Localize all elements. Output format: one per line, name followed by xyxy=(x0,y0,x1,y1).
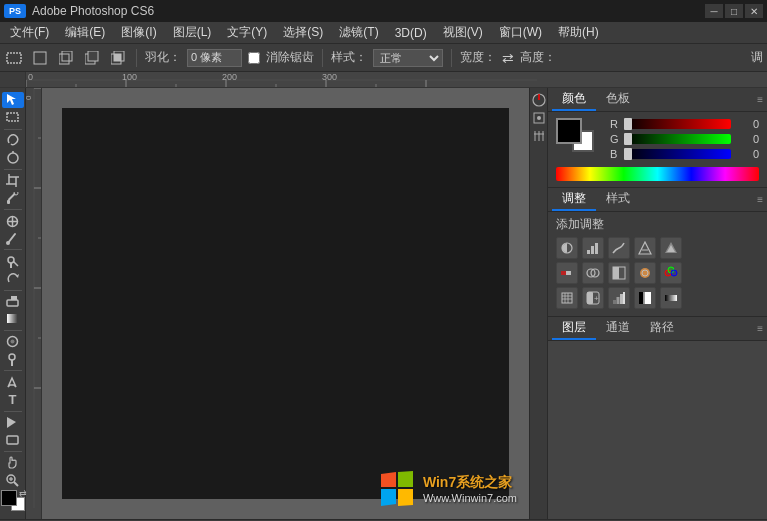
left-toolbar: T ⇄ xyxy=(0,88,26,519)
vibrance-btn[interactable] xyxy=(660,237,682,259)
g-slider[interactable] xyxy=(624,134,731,144)
lasso-tool-btn[interactable] xyxy=(2,132,24,148)
menu-edit[interactable]: 编辑(E) xyxy=(57,22,113,44)
crop-tool-btn[interactable] xyxy=(2,173,24,189)
photo-filter-btn[interactable] xyxy=(634,262,656,284)
marquee-tool-btn[interactable] xyxy=(2,109,24,125)
svg-rect-105 xyxy=(623,292,625,304)
hand-tool-btn[interactable] xyxy=(2,455,24,471)
tab-color[interactable]: 颜色 xyxy=(552,88,596,111)
svg-rect-94 xyxy=(562,293,572,303)
curves-btn[interactable] xyxy=(608,237,630,259)
move-tool-btn[interactable] xyxy=(2,92,24,108)
tab-paths[interactable]: 路径 xyxy=(640,317,684,340)
adj-panel-side-icon[interactable] xyxy=(531,128,547,144)
sub-sel-icon[interactable] xyxy=(82,48,102,68)
shape-tool-btn[interactable] xyxy=(2,432,24,448)
menu-layer[interactable]: 图层(L) xyxy=(165,22,220,44)
fg-color-box[interactable] xyxy=(1,490,17,506)
svg-marker-66 xyxy=(381,489,396,506)
svg-rect-83 xyxy=(561,271,566,275)
swap-colors-btn[interactable]: ⇄ xyxy=(19,488,27,498)
type-tool-btn[interactable]: T xyxy=(2,391,24,407)
color-panel-icon[interactable] xyxy=(531,92,547,108)
gradient-tool-btn[interactable] xyxy=(2,311,24,327)
menu-type[interactable]: 文字(Y) xyxy=(219,22,275,44)
pen-tool-btn[interactable] xyxy=(2,374,24,390)
options-sep-3 xyxy=(451,49,452,67)
svg-marker-79 xyxy=(639,242,651,254)
intersect-sel-icon[interactable] xyxy=(108,48,128,68)
brush-tool-btn[interactable] xyxy=(2,230,24,246)
layers-panel-menu-icon[interactable]: ≡ xyxy=(757,323,763,334)
brightness-contrast-btn[interactable] xyxy=(556,237,578,259)
color-lookup-btn[interactable] xyxy=(556,287,578,309)
new-sel-icon[interactable] xyxy=(30,48,50,68)
color-panel-inner: R 0 G 0 xyxy=(556,118,759,163)
menu-window[interactable]: 窗口(W) xyxy=(491,22,550,44)
gradient-map-btn[interactable] xyxy=(660,287,682,309)
tab-channels[interactable]: 通道 xyxy=(596,317,640,340)
watermark-url: Www.Winwin7.com xyxy=(423,492,517,504)
hue-saturation-btn[interactable] xyxy=(556,262,578,284)
levels-btn[interactable] xyxy=(582,237,604,259)
blur-tool-btn[interactable] xyxy=(2,334,24,350)
tab-swatches[interactable]: 色板 xyxy=(596,88,640,111)
r-slider-thumb xyxy=(624,118,632,130)
exposure-btn[interactable] xyxy=(634,237,656,259)
svg-rect-5 xyxy=(88,51,98,61)
menu-3d[interactable]: 3D(D) xyxy=(387,22,435,44)
style-select[interactable]: 正常 固定比例 固定大小 xyxy=(373,49,443,67)
channel-mixer-btn[interactable] xyxy=(660,262,682,284)
feather-input[interactable] xyxy=(187,49,242,67)
ruler-scale-top: 0 100 200 300 xyxy=(26,72,537,87)
quick-select-tool-btn[interactable] xyxy=(2,150,24,166)
svg-point-46 xyxy=(11,340,15,344)
healing-brush-tool-btn[interactable] xyxy=(2,213,24,229)
minimize-button[interactable]: ─ xyxy=(705,4,723,18)
maximize-button[interactable]: □ xyxy=(725,4,743,18)
color-spectrum[interactable] xyxy=(556,167,759,181)
svg-rect-102 xyxy=(613,300,616,304)
menu-file[interactable]: 文件(F) xyxy=(2,22,57,44)
clone-stamp-tool-btn[interactable] xyxy=(2,253,24,269)
invert-btn[interactable]: + xyxy=(582,287,604,309)
posterize-btn[interactable] xyxy=(608,287,630,309)
menu-image[interactable]: 图像(I) xyxy=(113,22,164,44)
adj-panel-menu-icon[interactable]: ≡ xyxy=(757,194,763,205)
tab-styles[interactable]: 样式 xyxy=(596,188,640,211)
eyedropper-tool-btn[interactable] xyxy=(2,190,24,206)
svg-point-47 xyxy=(9,354,15,360)
history-brush-tool-btn[interactable] xyxy=(2,270,24,286)
color-picker-icon[interactable] xyxy=(531,110,547,126)
path-select-tool-btn[interactable] xyxy=(2,414,24,430)
menu-select[interactable]: 选择(S) xyxy=(275,22,331,44)
svg-point-93 xyxy=(671,270,677,276)
style-label: 样式： xyxy=(331,49,367,66)
close-button[interactable]: ✕ xyxy=(745,4,763,18)
tab-adjustments[interactable]: 调整 xyxy=(552,188,596,211)
svg-text:300: 300 xyxy=(322,72,337,82)
swap-icon[interactable]: ⇄ xyxy=(502,50,514,66)
svg-rect-103 xyxy=(617,297,620,304)
color-balance-btn[interactable] xyxy=(582,262,604,284)
foreground-color-swatch[interactable] xyxy=(556,118,582,144)
b-slider[interactable] xyxy=(624,149,731,159)
zoom-tool-btn[interactable] xyxy=(2,472,24,488)
menu-filter[interactable]: 滤镜(T) xyxy=(331,22,386,44)
svg-marker-65 xyxy=(398,471,413,487)
r-slider[interactable] xyxy=(624,119,731,129)
tab-layers[interactable]: 图层 xyxy=(552,317,596,340)
color-panel-menu-icon[interactable]: ≡ xyxy=(757,94,763,105)
antialias-checkbox[interactable] xyxy=(248,52,260,64)
left-ruler: 0 xyxy=(26,88,42,519)
dodge-tool-btn[interactable] xyxy=(2,351,24,367)
menu-view[interactable]: 视图(V) xyxy=(435,22,491,44)
color-panel-content: R 0 G 0 xyxy=(548,112,767,188)
threshold-btn[interactable] xyxy=(634,287,656,309)
eraser-tool-btn[interactable] xyxy=(2,293,24,309)
black-white-btn[interactable] xyxy=(608,262,630,284)
menu-help[interactable]: 帮助(H) xyxy=(550,22,607,44)
svg-rect-42 xyxy=(7,300,18,306)
add-sel-icon[interactable] xyxy=(56,48,76,68)
